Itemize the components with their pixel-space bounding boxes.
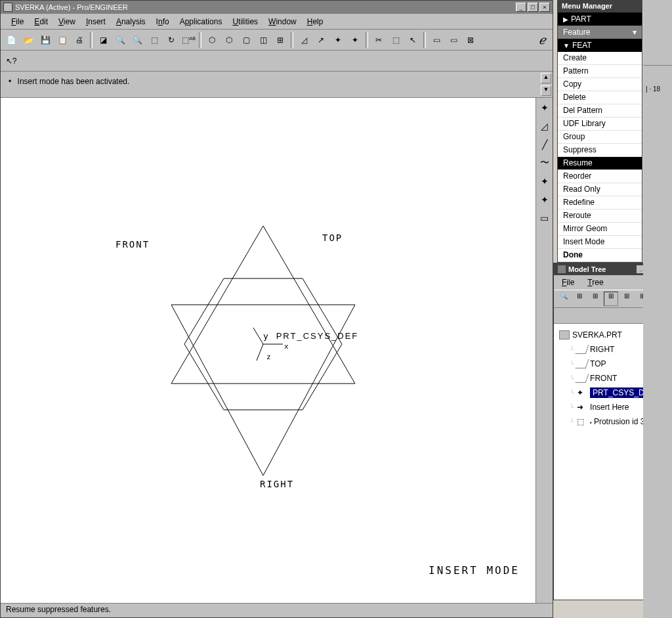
datum-point-icon[interactable]: ✦: [537, 174, 552, 188]
datum-csys-icon[interactable]: ✦: [347, 32, 363, 48]
save-icon[interactable]: 💾: [37, 32, 53, 48]
copy-icon[interactable]: 📋: [54, 32, 70, 48]
menu-manager-part-header[interactable]: ▶ PART: [558, 12, 642, 26]
menu-manager-item-reroute[interactable]: Reroute: [558, 210, 642, 223]
message-scroll-up[interactable]: ▲: [541, 73, 551, 83]
no-hidden-icon[interactable]: ▢: [238, 32, 254, 48]
menu-info[interactable]: Info: [151, 16, 175, 28]
open-icon[interactable]: 📂: [20, 32, 36, 48]
datum-point-icon[interactable]: ✦: [330, 32, 346, 48]
menu-manager-item-suppress[interactable]: Suppress: [558, 144, 642, 157]
svg-line-5: [257, 344, 263, 361]
toolbar-secondary: ↖?: [1, 51, 553, 72]
zoom-out-icon[interactable]: 🔍: [129, 32, 145, 48]
close-button[interactable]: ×: [539, 3, 550, 12]
menu-utilities[interactable]: Utilities: [227, 16, 263, 28]
status-message: Insert mode has been activated.: [18, 77, 130, 86]
titlebar: SVERKA (Active) - Pro/ENGINEER _ □ ×: [1, 1, 553, 14]
datum-curve-icon[interactable]: 〜: [537, 156, 552, 170]
menu-manager-item-pattern[interactable]: Pattern: [558, 65, 642, 78]
menu-manager-item-group[interactable]: Group: [558, 131, 642, 144]
new-icon[interactable]: 📄: [3, 32, 19, 48]
shading-icon[interactable]: ◫: [255, 32, 271, 48]
datum-plane-icon: [576, 374, 589, 383]
tree-tool-icon[interactable]: ⊞: [620, 292, 634, 306]
menu-manager-item-del-pattern[interactable]: Del Pattern: [558, 104, 642, 118]
menu-manager-item-insert-mode[interactable]: Insert Mode: [558, 236, 642, 249]
right-panel-strip: | · 18: [643, 0, 672, 618]
datum-axis-icon[interactable]: ╱: [537, 137, 552, 152]
tree-tool-icon[interactable]: 🔍: [556, 292, 571, 306]
menu-view[interactable]: View: [53, 16, 81, 28]
menu-window[interactable]: Window: [263, 16, 302, 28]
repaint-icon[interactable]: ↻: [163, 32, 179, 48]
separator: [366, 32, 368, 48]
datum-plane-icon[interactable]: ◿: [296, 32, 312, 48]
menu-manager-item-mirror-geom[interactable]: Mirror Geom: [558, 223, 642, 236]
separator: [291, 32, 293, 48]
app-icon: [3, 3, 12, 12]
refit-icon[interactable]: ◪: [95, 32, 111, 48]
sketch-icon[interactable]: ▭: [537, 211, 552, 225]
menu-applications[interactable]: Applications: [175, 16, 228, 28]
tree-tool-icon[interactable]: ⊞: [588, 292, 602, 306]
help-pointer-icon[interactable]: ↖?: [3, 53, 19, 69]
menu-insert[interactable]: Insert: [81, 16, 111, 28]
datum-csys-icon[interactable]: ✦: [537, 192, 552, 207]
zoom-area-icon[interactable]: ⬚: [146, 32, 162, 48]
menu-manager-item-create[interactable]: Create: [558, 52, 642, 65]
datum-plane-icon: [576, 345, 589, 354]
menu-edit[interactable]: Edit: [29, 16, 53, 28]
datum-axis-icon[interactable]: ↗: [313, 32, 329, 48]
model-tree-menu-file[interactable]: File: [559, 276, 577, 288]
datum-plane-tool-icon[interactable]: ✦: [537, 100, 552, 115]
menu-manager-item-resume[interactable]: Resume: [558, 157, 642, 170]
menu-manager-feature-header[interactable]: Feature ▾: [558, 26, 642, 39]
label-csys: y PRT_CSYS_DEF: [263, 331, 358, 341]
separator: [199, 32, 201, 48]
menu-file[interactable]: File: [6, 16, 29, 28]
tool-icon[interactable]: ↖: [405, 32, 421, 48]
graphics-canvas[interactable]: ✦ ◿ ╱ 〜 ✦ ✦ ▭ FRONT TOP RIGHT y PRT_CSYS…: [1, 98, 553, 603]
svg-marker-2: [171, 305, 355, 475]
print-icon[interactable]: 🖨: [72, 32, 87, 48]
wireframe-icon[interactable]: ⬡: [204, 32, 220, 48]
label-z: z: [266, 353, 272, 361]
dropdown-arrow-icon: ▾: [633, 28, 637, 37]
tool-icon[interactable]: ✂: [371, 32, 387, 48]
tree-tool-icon[interactable]: ⊞: [604, 292, 618, 306]
window-x-icon[interactable]: ⊠: [463, 32, 478, 48]
datum-plane-icon: [576, 359, 589, 368]
menu-analysis[interactable]: Analysis: [111, 16, 151, 28]
menu-manager-item-redefine[interactable]: Redefine: [558, 196, 642, 210]
arrow-down-icon: ▼: [563, 42, 570, 49]
orient-icon[interactable]: ⬚ᴬᴮ: [180, 32, 196, 48]
menu-manager-item-delete[interactable]: Delete: [558, 91, 642, 104]
toolbar-main: 📄 📂 💾 📋 🖨 ◪ 🔍 🔍 ⬚ ↻ ⬚ᴬᴮ ⬡ ⬡ ▢ ◫ ⊞ ◿ ↗ ✦ …: [1, 30, 553, 51]
label-top: TOP: [322, 232, 343, 243]
browser-icon[interactable]: ℯ: [534, 32, 550, 48]
hidden-line-icon[interactable]: ⬡: [221, 32, 237, 48]
maximize-button[interactable]: □: [528, 3, 538, 12]
tree-tool-icon[interactable]: ⊞: [572, 292, 587, 306]
feature-icon: ⬚: [577, 417, 587, 426]
message-area: Insert mode has been activated. ▲ ▼: [1, 72, 553, 98]
menubar: File Edit View Insert Analysis Info Appl…: [1, 14, 553, 30]
zoom-in-icon[interactable]: 🔍: [112, 32, 128, 48]
canvas-mode-label: INSERT MODE: [429, 564, 520, 577]
menu-manager-item-udf-library[interactable]: UDF Library: [558, 118, 642, 131]
menu-manager-feat-header[interactable]: ▼ FEAT: [558, 39, 642, 52]
menu-help[interactable]: Help: [302, 16, 329, 28]
window-close-icon[interactable]: ▭: [446, 32, 461, 48]
menu-manager-item-read-only[interactable]: Read Only: [558, 183, 642, 196]
menu-manager-item-reorder[interactable]: Reorder: [558, 170, 642, 183]
select-icon[interactable]: ⬚: [388, 32, 404, 48]
menu-manager-item-copy[interactable]: Copy: [558, 78, 642, 91]
datum-plane-icon[interactable]: ◿: [537, 119, 552, 133]
display-style-icon[interactable]: ⊞: [272, 32, 288, 48]
model-tree-menu-tree[interactable]: Tree: [585, 276, 606, 288]
menu-manager-item-done[interactable]: Done: [558, 249, 642, 262]
minimize-button[interactable]: _: [516, 3, 526, 12]
window-new-icon[interactable]: ▭: [429, 32, 444, 48]
message-scroll-down[interactable]: ▼: [541, 85, 551, 96]
